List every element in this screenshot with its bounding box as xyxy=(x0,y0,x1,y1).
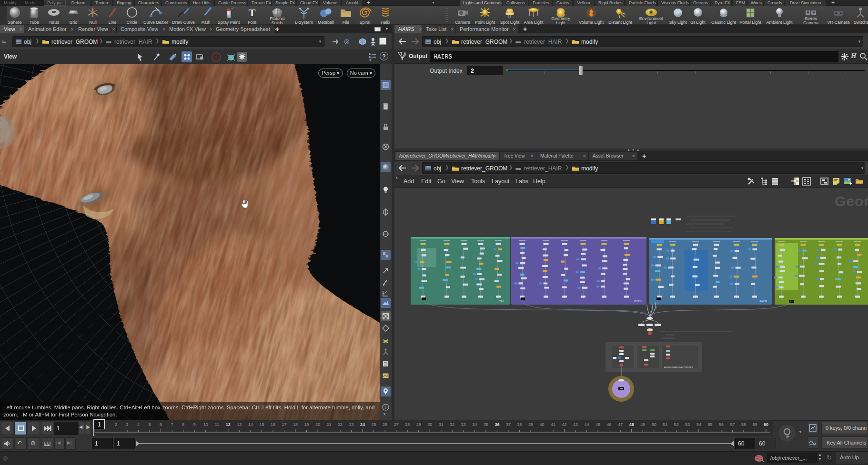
svg-text:53: 53 xyxy=(685,422,690,427)
svg-text:57: 57 xyxy=(730,422,735,427)
svg-text:35: 35 xyxy=(484,422,488,427)
svg-text:59: 59 xyxy=(752,422,757,427)
svg-text:13: 13 xyxy=(237,422,242,427)
svg-text:40: 40 xyxy=(539,422,544,427)
svg-text:32: 32 xyxy=(450,422,454,427)
svg-text:10: 10 xyxy=(203,422,208,427)
svg-text:26: 26 xyxy=(383,422,387,427)
svg-text:25: 25 xyxy=(372,422,376,427)
svg-text:44: 44 xyxy=(585,422,589,427)
svg-text:50: 50 xyxy=(652,422,656,427)
svg-text:16: 16 xyxy=(271,422,275,427)
svg-text:4: 4 xyxy=(137,422,140,427)
svg-text:5: 5 xyxy=(149,422,151,427)
svg-text:38: 38 xyxy=(517,422,522,427)
svg-text:23: 23 xyxy=(349,422,354,427)
svg-text:42: 42 xyxy=(562,422,566,427)
svg-text:20: 20 xyxy=(315,422,320,427)
svg-text:T: T xyxy=(249,7,256,19)
svg-text:ADDING SHADING ATTRIBUTES: ADDING SHADING ATTRIBUTES xyxy=(664,366,693,368)
svg-text:56: 56 xyxy=(719,422,724,427)
svg-text:46: 46 xyxy=(607,422,612,427)
svg-text:14: 14 xyxy=(248,422,253,427)
svg-text:BODY: BODY xyxy=(634,300,642,303)
svg-text:54: 54 xyxy=(696,422,701,427)
svg-text:37: 37 xyxy=(506,422,511,427)
svg-text:21: 21 xyxy=(326,422,331,427)
svg-text:48: 48 xyxy=(629,422,634,427)
svg-text:52: 52 xyxy=(674,422,679,427)
svg-text:49: 49 xyxy=(640,422,645,427)
svg-text:17: 17 xyxy=(282,422,286,427)
svg-text:18: 18 xyxy=(293,422,298,427)
svg-text:31: 31 xyxy=(439,422,444,427)
svg-text:29: 29 xyxy=(416,422,421,427)
svg-text:19: 19 xyxy=(304,422,309,427)
svg-text:11: 11 xyxy=(215,422,219,427)
svg-text:2: 2 xyxy=(115,422,117,427)
svg-text:28: 28 xyxy=(405,422,410,427)
svg-text:8: 8 xyxy=(182,422,184,427)
svg-text:6: 6 xyxy=(160,422,162,427)
svg-text:TAIL: TAIL xyxy=(499,300,505,303)
svg-text:15: 15 xyxy=(259,422,264,427)
svg-text:7: 7 xyxy=(171,422,173,427)
svg-text:39: 39 xyxy=(528,422,533,427)
svg-text:FACE: FACE xyxy=(759,300,767,303)
svg-text:55: 55 xyxy=(707,422,712,427)
svg-text:3: 3 xyxy=(126,422,129,427)
svg-text:24: 24 xyxy=(360,422,365,427)
svg-text:+: + xyxy=(849,181,852,186)
svg-text:22: 22 xyxy=(338,422,343,427)
svg-text:34: 34 xyxy=(472,422,477,427)
svg-text:41: 41 xyxy=(551,422,555,427)
svg-text:60: 60 xyxy=(764,422,768,427)
svg-text:33: 33 xyxy=(461,422,466,427)
svg-text:51: 51 xyxy=(663,422,667,427)
svg-text:45: 45 xyxy=(595,422,600,427)
svg-text:47: 47 xyxy=(618,422,623,427)
svg-text:36: 36 xyxy=(495,422,499,427)
svg-text:58: 58 xyxy=(741,422,746,427)
svg-text:9: 9 xyxy=(193,422,196,427)
svg-text:12: 12 xyxy=(226,422,231,427)
svg-text:i: i xyxy=(385,405,386,410)
svg-text:27: 27 xyxy=(394,422,399,427)
svg-text:43: 43 xyxy=(573,422,578,427)
svg-text:30: 30 xyxy=(427,422,432,427)
